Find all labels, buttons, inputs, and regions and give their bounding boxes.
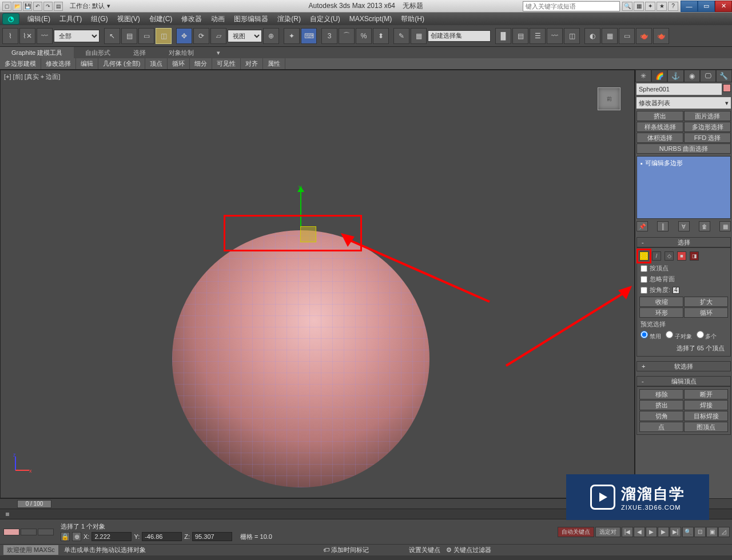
rollout-softsel-header[interactable]: +软选择 [636, 361, 731, 371]
zoom-all-icon[interactable]: ⊡ [694, 527, 706, 537]
zoom-icon[interactable]: 🔍 [682, 527, 694, 537]
make-unique-icon[interactable]: ∀ [678, 221, 690, 231]
menu-edit[interactable]: 编辑(E) [23, 13, 55, 26]
remove-iso-button[interactable]: 图顶点 [684, 422, 728, 432]
panel-vertices[interactable]: 顶点 [145, 58, 168, 69]
bind-spacewarp-icon[interactable]: 〰 [37, 28, 53, 44]
angle-spinner[interactable] [673, 287, 679, 294]
coord-z[interactable]: 95.307 [192, 532, 232, 541]
tab-hierarchy-icon[interactable]: ⚓ [667, 70, 683, 82]
search-input[interactable] [523, 1, 620, 11]
new-icon[interactable]: ▢ [2, 2, 11, 11]
extrude-button[interactable]: 挤出 [639, 400, 683, 410]
workspace-selector[interactable]: 工作台: 默认▾ [70, 2, 110, 10]
panel-polymodel[interactable]: 多边形建模 [0, 58, 41, 69]
coord-x[interactable]: 2.222 [92, 532, 132, 541]
panel-loops[interactable]: 循环 [168, 58, 190, 69]
show-result-icon[interactable]: ║ [657, 221, 669, 231]
undo-icon[interactable]: ↶ [33, 2, 42, 11]
weld-button[interactable]: 焊接 [684, 400, 728, 410]
select-move-icon[interactable]: ✥ [176, 28, 192, 44]
snap-toggle-icon[interactable]: 3 [321, 28, 337, 44]
favorite-icon[interactable]: ★ [657, 2, 667, 11]
rollout-selection-header[interactable]: -选择 [636, 237, 731, 247]
project-icon[interactable]: ▤ [54, 2, 63, 11]
menu-group[interactable]: 组(G) [86, 13, 112, 26]
menu-graph[interactable]: 图形编辑器 [229, 13, 273, 26]
swatch-gray2[interactable] [38, 529, 54, 535]
ring-button[interactable]: 环形 [639, 307, 683, 318]
tab-modify-icon[interactable]: 🌈 [651, 70, 667, 82]
ref-coord-system[interactable]: 视图 [228, 30, 262, 42]
menu-create[interactable]: 创建(C) [145, 13, 177, 26]
panel-edit[interactable]: 编辑 [76, 58, 98, 69]
panel-properties[interactable]: 属性 [263, 58, 285, 69]
help-icon[interactable]: ? [668, 2, 678, 11]
pin-stack-icon[interactable]: 📌 [636, 221, 648, 231]
remove-mod-icon[interactable]: 🗑 [699, 221, 710, 231]
menu-maxscript[interactable]: MAXScript(M) [345, 13, 397, 25]
ribbon-tab-paint[interactable]: 对象绘制 [157, 47, 205, 59]
goto-start-icon[interactable]: |◀ [622, 527, 633, 537]
ribbon-tab-graphite[interactable]: Graphite 建模工具 [0, 47, 74, 59]
render-iterative-icon[interactable]: 🫖 [653, 28, 669, 44]
subscription-icon[interactable]: ▦ [634, 2, 644, 11]
named-selection-set[interactable]: 创建选择集 [428, 30, 491, 42]
mod-patchsel-button[interactable]: 面片选择 [684, 111, 731, 121]
autokey-button[interactable]: 自动关键点 [558, 527, 594, 537]
loop-button[interactable]: 循环 [684, 307, 728, 318]
modifier-stack[interactable]: ▪可编辑多边形 [636, 156, 731, 219]
panel-align[interactable]: 对齐 [241, 58, 263, 69]
chamfer-button[interactable]: 切角 [639, 411, 683, 421]
swatch-pink[interactable] [3, 529, 19, 535]
schematic-view-icon[interactable]: ◫ [564, 28, 580, 44]
spinner-snap-icon[interactable]: ⬍ [373, 28, 389, 44]
panel-geometry[interactable]: 几何体 (全部) [98, 58, 145, 69]
connect-button[interactable]: 点 [639, 422, 683, 432]
select-scale-icon[interactable]: ▱ [210, 28, 226, 44]
ribbon-tab-freeform[interactable]: 自由形式 [74, 47, 122, 59]
menu-views[interactable]: 视图(V) [113, 13, 145, 26]
use-pivot-icon[interactable]: ⊕ [263, 28, 279, 44]
configure-icon[interactable]: ▦ [719, 221, 731, 231]
maximize-button[interactable]: ▭ [698, 1, 715, 12]
track-toggle-icon[interactable] [6, 513, 9, 516]
subobj-edge-icon[interactable]: / [652, 251, 661, 261]
material-editor-icon[interactable]: ◐ [584, 28, 600, 44]
viewport[interactable]: [+] [前] [真实 + 边面] 前 y z x [0, 70, 635, 498]
render-setup-icon[interactable]: ▦ [602, 28, 618, 44]
viewcube[interactable]: 前 [598, 87, 620, 110]
grow-button[interactable]: 扩大 [684, 297, 728, 307]
ribbon-tab-selection[interactable]: 选择 [122, 47, 157, 59]
select-rotate-icon[interactable]: ⟳ [193, 28, 209, 44]
tab-create-icon[interactable]: ✳ [635, 70, 651, 82]
select-region-icon[interactable]: ▭ [138, 28, 154, 44]
menu-modifiers[interactable]: 修改器 [177, 13, 206, 26]
ribbon-expand-icon[interactable]: ▾ [205, 47, 232, 58]
exchange-icon[interactable]: ✦ [645, 2, 655, 11]
mod-nurbssel-button[interactable]: NURBS 曲面选择 [636, 143, 731, 154]
mod-volsel-button[interactable]: 体积选择 [636, 133, 683, 143]
align-icon[interactable]: ▤ [512, 28, 528, 44]
expand-icon[interactable]: ▪ [640, 160, 643, 167]
subobj-border-icon[interactable]: ◇ [665, 251, 674, 261]
named-sel-sets-icon[interactable]: ▦ [411, 28, 427, 44]
layers-icon[interactable]: ☰ [530, 28, 546, 44]
mod-extrude-button[interactable]: 挤出 [636, 111, 683, 121]
time-slider-thumb[interactable]: 0 / 100 [17, 500, 51, 508]
search-icon[interactable]: 🔍 [622, 2, 632, 11]
save-icon[interactable]: 💾 [23, 2, 32, 11]
tab-utilities-icon[interactable]: 🔧 [716, 70, 732, 82]
selection-filter[interactable]: 全部 [54, 30, 100, 42]
panel-modifysel[interactable]: 修改选择 [41, 58, 76, 69]
target-weld-button[interactable]: 目标焊接 [684, 411, 728, 421]
radio-disable[interactable]: 禁用 [640, 331, 661, 341]
maxscript-listener[interactable]: 欢迎使用 MAXSc [3, 545, 58, 555]
setkey-button[interactable]: 设置关键点 [409, 546, 440, 554]
mod-ffdsel-button[interactable]: FFD 选择 [684, 133, 731, 143]
open-icon[interactable]: 📂 [13, 2, 22, 11]
close-button[interactable]: ✕ [715, 1, 732, 12]
render-production-icon[interactable]: 🫖 [636, 28, 652, 44]
viewport-label[interactable]: [+] [前] [真实 + 边面] [4, 73, 60, 81]
rollout-editvert-header[interactable]: -编辑顶点 [636, 376, 731, 386]
